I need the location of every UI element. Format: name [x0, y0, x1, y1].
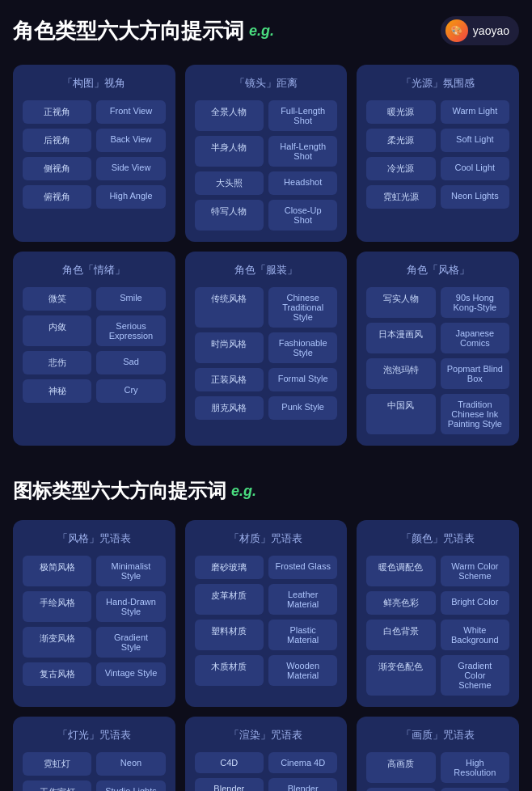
- card-row: 日本漫画风Japanese Comics: [366, 323, 509, 353]
- cell-en: High Resolution: [441, 752, 509, 783]
- cell-en: Neon Lights: [441, 185, 509, 209]
- cell-en: High Angle: [96, 185, 165, 209]
- cell-zh: 传统风格: [195, 287, 264, 328]
- card-row: 手绘风格Hand-Drawn Style: [23, 591, 166, 622]
- cell-en: Serious Expression: [96, 315, 165, 346]
- cell-zh: 暖色调配色: [366, 556, 435, 586]
- cell-zh: 皮革材质: [195, 584, 264, 615]
- card-rows: 正视角Front View后视角Back View侧视角Side View俯视角…: [23, 100, 166, 209]
- card-row: 正装风格Formal Style: [195, 368, 338, 391]
- card-rows: 传统风格Chinese Traditional Style时尚风格Fashion…: [195, 287, 338, 420]
- cell-zh: 霓虹光源: [366, 185, 435, 209]
- card-row: 霓虹光源Neon Lights: [366, 185, 509, 209]
- card-row: 磨砂玻璃Frosted Glass: [195, 556, 338, 579]
- cell-zh: 正装风格: [195, 368, 264, 391]
- cell-zh: 微笑: [23, 287, 91, 311]
- card-row: 时尚风格Fashionable Style: [195, 332, 338, 363]
- cell-en: Blender: [268, 778, 337, 791]
- card: 「光源」氛围感暖光源Warm Light柔光源Soft Light冷光源Cool…: [357, 65, 519, 242]
- title-accent: e.g.: [249, 23, 274, 40]
- card: 角色「服装」传统风格Chinese Traditional Style时尚风格F…: [185, 252, 348, 446]
- card: 「画质」咒语表高画质High Resolution超高清晰度Ultra High…: [357, 717, 519, 791]
- cell-en: Chinese Traditional Style: [268, 287, 337, 328]
- card-row: 白色背景White Background: [366, 620, 509, 650]
- card-rows: C4DCinema 4DBlenderBlenderOctaneOctane R…: [195, 752, 338, 791]
- card-rows: 写实人物90s Hong Kong-Style日本漫画风Japanese Com…: [366, 287, 509, 434]
- cell-en: Fashionable Style: [268, 332, 337, 363]
- cell-zh: 超高清晰度: [366, 788, 435, 791]
- cell-en: Front View: [96, 100, 165, 124]
- cell-zh: 后视角: [23, 129, 91, 152]
- cell-en: Cinema 4D: [268, 752, 337, 773]
- card-row: 俯视角High Angle: [23, 185, 166, 209]
- card-row: 工作室灯Studio Lights: [23, 780, 166, 791]
- cell-en: Gradient Color Scheme: [441, 655, 509, 696]
- cell-zh: 内敛: [23, 315, 91, 346]
- cell-zh: 高画质: [366, 752, 435, 783]
- card-row: 泡泡玛特Popmart Blind Box: [366, 358, 509, 389]
- cell-zh: 磨砂玻璃: [195, 556, 264, 579]
- card: 「材质」咒语表磨砂玻璃Frosted Glass皮革材质Leather Mate…: [185, 520, 348, 707]
- card-row: 神秘Cry: [23, 379, 166, 403]
- cell-en: Soft Light: [441, 129, 509, 152]
- card-row: 暖光源Warm Light: [366, 100, 509, 124]
- card-row: 朋克风格Punk Style: [195, 396, 338, 420]
- card-title: 「光源」氛围感: [366, 76, 509, 91]
- cell-en: Back View: [96, 129, 165, 152]
- card-title: 「灯光」咒语表: [23, 728, 166, 742]
- cell-zh: 木质材质: [195, 655, 264, 686]
- card-title: 「材质」咒语表: [195, 531, 338, 546]
- cell-zh: 特写人物: [195, 200, 264, 231]
- card-row: 侧视角Side View: [23, 157, 166, 180]
- cell-en: Ultra High Definition: [441, 788, 509, 791]
- cell-en: Full-Length Shot: [268, 100, 337, 131]
- cell-en: Half-Length Shot: [268, 136, 337, 167]
- card-row: 霓虹灯Neon: [23, 752, 166, 776]
- cell-en: Japanese Comics: [441, 323, 509, 353]
- cell-zh: 渐变色配色: [366, 655, 435, 696]
- card: 角色「风格」写实人物90s Hong Kong-Style日本漫画风Japane…: [357, 252, 519, 446]
- cell-zh: C4D: [195, 752, 264, 773]
- title-text: 角色类型六大方向提示词: [13, 17, 244, 45]
- cell-en: Side View: [96, 157, 165, 180]
- cell-zh: 霓虹灯: [23, 752, 91, 776]
- cell-en: Tradition Chinese Ink Painting Style: [441, 394, 509, 434]
- cell-en: Neon: [96, 752, 165, 776]
- card-row: 渐变风格Gradient Style: [23, 627, 166, 658]
- cell-zh: 大头照: [195, 171, 264, 195]
- card: 「镜头」距离全景人物Full-Length Shot半身人物Half-Lengt…: [185, 65, 348, 242]
- cell-zh: 侧视角: [23, 157, 91, 180]
- cell-en: Smile: [96, 287, 165, 311]
- cell-en: Leather Material: [268, 584, 337, 615]
- card-row: BlenderBlender: [195, 778, 338, 791]
- card-row: 后视角Back View: [23, 129, 166, 152]
- cell-en: Bright Color: [441, 591, 509, 615]
- card-row: 皮革材质Leather Material: [195, 584, 338, 615]
- character-grid: 「构图」视角正视角Front View后视角Back View侧视角Side V…: [13, 65, 519, 446]
- card-title: 「画质」咒语表: [366, 728, 509, 742]
- card-title: 「风格」咒语表: [23, 531, 166, 546]
- cell-zh: 极简风格: [23, 556, 91, 586]
- card-row: 塑料材质Plastic Material: [195, 620, 338, 650]
- cell-en: Wooden Material: [268, 655, 337, 686]
- logo-icon: 🎨: [445, 19, 468, 42]
- card-row: 复古风格Vintage Style: [23, 662, 166, 686]
- card-rows: 全景人物Full-Length Shot半身人物Half-Length Shot…: [195, 100, 338, 231]
- card: 角色「情绪」微笑Smile内敛Serious Expression悲伤Sad神秘…: [13, 252, 175, 446]
- section2-title-text: 图标类型六大方向提示词: [13, 478, 226, 504]
- card-row: 暖色调配色Warm Color Scheme: [366, 556, 509, 586]
- cell-en: Cry: [96, 379, 165, 403]
- cell-en: Close-Up Shot: [268, 200, 337, 231]
- cell-zh: 半身人物: [195, 136, 264, 167]
- page-header: 角色类型六大方向提示词 e.g. 🎨 yaoyao: [13, 16, 519, 45]
- cell-zh: Blender: [195, 778, 264, 791]
- card-row: 木质材质Wooden Material: [195, 655, 338, 686]
- cell-zh: 朋克风格: [195, 396, 264, 420]
- cell-en: Sad: [96, 351, 165, 374]
- card-row: 微笑Smile: [23, 287, 166, 311]
- logo-text: yaoyao: [473, 24, 509, 37]
- cell-zh: 塑料材质: [195, 620, 264, 650]
- cell-en: Frosted Glass: [268, 556, 337, 579]
- cell-zh: 时尚风格: [195, 332, 264, 363]
- card-rows: 暖色调配色Warm Color Scheme鲜亮色彩Bright Color白色…: [366, 556, 509, 696]
